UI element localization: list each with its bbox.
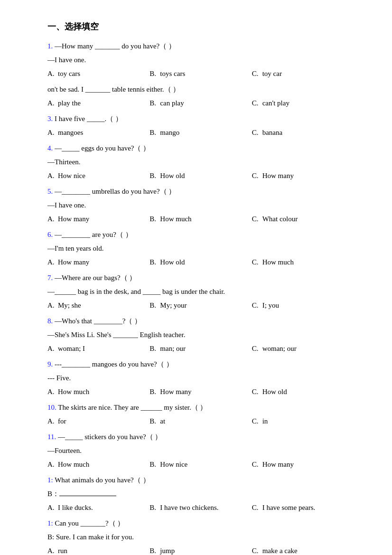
- option-b: B.How old: [149, 169, 252, 182]
- option-b: B.How many: [149, 386, 252, 398]
- option-a: A.mangoes: [47, 126, 149, 139]
- option-b: B.How nice: [149, 458, 252, 471]
- option-c: C.What colour: [252, 213, 354, 226]
- question-11: 11. —_____ stickers do you have?（ ） —Fou…: [47, 431, 354, 471]
- question-6: 6. —________ are you?（ ） —I'm ten years …: [47, 228, 354, 269]
- q11-num: 11.: [47, 433, 56, 441]
- option-c: C.toy car: [252, 67, 354, 80]
- option-a: A.play the: [47, 97, 149, 110]
- option-b: B.toys cars: [149, 67, 252, 80]
- q8-num: 8.: [47, 317, 53, 325]
- option-b: B.can play: [149, 97, 252, 110]
- q3-num: 3.: [47, 115, 53, 122]
- option-a: A.run: [47, 545, 149, 555]
- option-a: A.woman; I: [47, 342, 149, 355]
- option-b: B.jump: [149, 545, 252, 555]
- q6-num: 6.: [47, 231, 53, 238]
- section-title: 一、选择填空: [47, 19, 354, 34]
- q7-num: 7.: [47, 274, 53, 282]
- q5-num: 5.: [47, 188, 53, 195]
- option-a: A.My; she: [47, 299, 149, 312]
- option-c: C.woman; our: [252, 342, 354, 355]
- option-b: B.My; your: [149, 299, 252, 312]
- option-b: B.How much: [149, 213, 252, 226]
- question-2: on't be sad. I _______ table tennis eith…: [47, 83, 354, 110]
- question-9: 9. ---________ mangoes do you have?（ ） -…: [47, 358, 354, 398]
- option-a: A.How much: [47, 386, 149, 398]
- question-4: 4. —_____ eggs do you have?（ ） —Thirteen…: [47, 142, 354, 182]
- option-a: A.How nice: [47, 169, 149, 182]
- question-12: 1: What animals do you have?（ ） B： A.I l…: [47, 474, 354, 514]
- option-a: A.How many: [47, 256, 149, 269]
- option-a: A.How many: [47, 213, 149, 226]
- option-a: A.for: [47, 415, 149, 428]
- option-a: A.toy cars: [47, 67, 149, 80]
- q1-num: 1.: [47, 42, 53, 50]
- option-b: B.mango: [149, 126, 252, 139]
- option-c: C.How old: [252, 386, 354, 398]
- question-3: 3. I have five _____.（ ） A.mangoes B.man…: [47, 113, 354, 139]
- option-c: C.How many: [252, 169, 354, 182]
- question-10: 10. The skirts are nice. They are ______…: [47, 401, 354, 428]
- option-b: B.at: [149, 415, 252, 428]
- option-c: C.banana: [252, 126, 354, 139]
- option-a: A.I like ducks.: [47, 501, 149, 514]
- question-8: 8. —Who's that ________?（ ） —She's Miss …: [47, 315, 354, 355]
- option-b: B.How old: [149, 256, 252, 269]
- q9-num: 9.: [47, 360, 53, 368]
- option-a: A.How much: [47, 458, 149, 471]
- option-c: C.How much: [252, 256, 354, 269]
- option-b: B.man; our: [149, 342, 252, 355]
- option-b: B.I have two chickens.: [149, 501, 252, 514]
- question-13: 1: Can you _______?（ ） B: Sure. I can ma…: [47, 517, 354, 555]
- q13-num: 1:: [47, 519, 53, 527]
- question-7: 7. —Where are our bags?（ ） —______ bag i…: [47, 272, 354, 312]
- question-1: 1. —How many _______ do you have?（ ） —I …: [47, 40, 354, 80]
- q12-num: 1:: [47, 476, 53, 484]
- option-c: C.I have some pears.: [252, 501, 354, 514]
- option-c: C.can't play: [252, 97, 354, 110]
- option-c: C.in: [252, 415, 354, 428]
- option-c: C.I; you: [252, 299, 354, 312]
- option-c: C.How many: [252, 458, 354, 471]
- question-5: 5. —________ umbrellas do you have?（ ） —…: [47, 185, 354, 226]
- option-c: C.make a cake: [252, 545, 354, 555]
- q10-num: 10.: [47, 404, 56, 411]
- q4-num: 4.: [47, 144, 53, 152]
